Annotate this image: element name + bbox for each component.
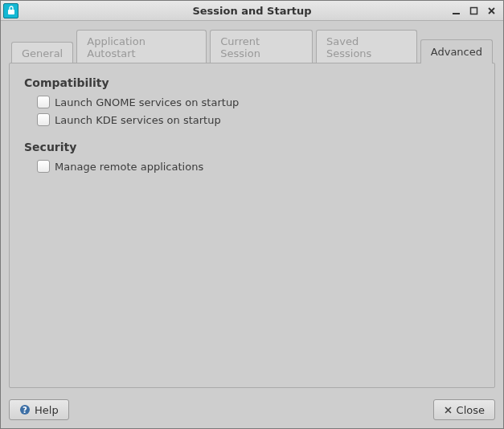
row-manage-remote: Manage remote applications bbox=[37, 160, 480, 173]
close-window-button[interactable] bbox=[486, 5, 497, 16]
section-security: Security Manage remote applications bbox=[24, 141, 480, 173]
help-icon: ? bbox=[19, 404, 31, 415]
help-button[interactable]: ? Help bbox=[9, 399, 69, 420]
svg-text:?: ? bbox=[23, 406, 27, 415]
svg-rect-2 bbox=[470, 7, 477, 14]
titlebar: Session and Startup bbox=[1, 1, 503, 21]
tab-strip: General Application Autostart Current Se… bbox=[9, 29, 495, 63]
svg-rect-1 bbox=[453, 13, 460, 14]
tab-application-autostart[interactable]: Application Autostart bbox=[76, 30, 207, 64]
row-launch-kde: Launch KDE services on startup bbox=[37, 113, 480, 126]
tab-general[interactable]: General bbox=[11, 42, 73, 64]
session-icon bbox=[3, 3, 18, 18]
help-button-label: Help bbox=[35, 404, 59, 416]
row-launch-gnome: Launch GNOME services on startup bbox=[37, 96, 480, 108]
checkbox-launch-gnome[interactable] bbox=[37, 96, 50, 108]
section-title-security: Security bbox=[24, 141, 480, 153]
label-launch-gnome: Launch GNOME services on startup bbox=[55, 96, 239, 108]
section-title-compatibility: Compatibility bbox=[24, 76, 480, 89]
section-compatibility: Compatibility Launch GNOME services on s… bbox=[24, 76, 480, 126]
tab-advanced[interactable]: Advanced bbox=[420, 39, 493, 63]
window-controls bbox=[450, 5, 503, 16]
tab-saved-sessions[interactable]: Saved Sessions bbox=[316, 30, 417, 64]
checkbox-manage-remote[interactable] bbox=[37, 160, 50, 173]
close-button[interactable]: Close bbox=[433, 399, 495, 420]
tab-current-session[interactable]: Current Session bbox=[210, 30, 313, 64]
button-bar: ? Help Close bbox=[1, 394, 503, 428]
minimize-button[interactable] bbox=[450, 5, 461, 16]
label-launch-kde: Launch KDE services on startup bbox=[55, 114, 221, 126]
checkbox-launch-kde[interactable] bbox=[37, 113, 50, 126]
svg-rect-0 bbox=[8, 10, 14, 14]
session-startup-window: Session and Startup General Application … bbox=[0, 0, 504, 429]
label-manage-remote: Manage remote applications bbox=[55, 161, 203, 173]
tab-panel-advanced: Compatibility Launch GNOME services on s… bbox=[9, 63, 495, 388]
close-button-label: Close bbox=[457, 404, 485, 416]
window-title: Session and Startup bbox=[1, 5, 503, 17]
content-area: General Application Autostart Current Se… bbox=[1, 21, 503, 394]
maximize-button[interactable] bbox=[468, 5, 479, 16]
close-icon bbox=[444, 406, 453, 415]
